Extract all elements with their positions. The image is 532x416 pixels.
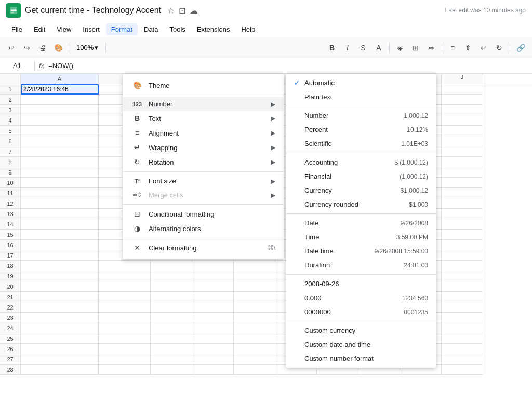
cell-A21[interactable] bbox=[21, 292, 99, 302]
border-button[interactable]: ⊞ bbox=[408, 41, 423, 55]
cell-A11[interactable] bbox=[21, 188, 99, 198]
cell-A19[interactable] bbox=[21, 271, 99, 281]
cell-A6[interactable] bbox=[21, 136, 99, 146]
cell-col10-28[interactable] bbox=[442, 365, 483, 375]
cell-col10-14[interactable] bbox=[442, 219, 483, 230]
cell-A20[interactable] bbox=[21, 281, 99, 292]
cell-A2[interactable] bbox=[21, 95, 99, 105]
cell-B21[interactable] bbox=[99, 292, 151, 302]
num-custom-format-item[interactable]: Custom number format bbox=[286, 352, 436, 366]
cell-col10-27[interactable] bbox=[442, 354, 483, 365]
cell-B23[interactable] bbox=[99, 313, 151, 323]
menu-format[interactable]: Format bbox=[106, 23, 138, 35]
cell-col5-19[interactable] bbox=[234, 271, 275, 281]
format-merge-item[interactable]: ⇔⇕ Merge cells ▶ bbox=[123, 188, 284, 202]
cell-B22[interactable] bbox=[99, 302, 151, 313]
cell-A23[interactable] bbox=[21, 313, 99, 323]
cell-col10-2[interactable] bbox=[442, 95, 483, 105]
rotate-button[interactable]: ↻ bbox=[492, 41, 507, 55]
num-custom-currency-item[interactable]: Custom currency bbox=[286, 324, 436, 338]
cell-col4-19[interactable] bbox=[192, 271, 234, 281]
cell-col10-25[interactable] bbox=[442, 333, 483, 344]
cell-col4-21[interactable] bbox=[192, 292, 234, 302]
cell-col10-24[interactable] bbox=[442, 323, 483, 333]
italic-button[interactable]: I bbox=[340, 41, 355, 55]
menu-view[interactable]: View bbox=[51, 23, 76, 35]
cell-col3-25[interactable] bbox=[151, 333, 192, 344]
format-alignment-item[interactable]: ≡ Alignment ▶ bbox=[123, 126, 284, 140]
cell-col10-15[interactable] bbox=[442, 230, 483, 240]
num-percent-item[interactable]: Percent 10.12% bbox=[286, 123, 436, 137]
cell-reference[interactable]: A1 bbox=[4, 62, 30, 70]
format-fontsize-item[interactable]: Tf Font size ▶ bbox=[123, 174, 284, 188]
cell-col5-20[interactable] bbox=[234, 281, 275, 292]
cell-A12[interactable] bbox=[21, 198, 99, 209]
format-wrapping-item[interactable]: ↵ Wrapping ▶ bbox=[123, 140, 284, 155]
menu-extensions[interactable]: Extensions bbox=[192, 23, 235, 35]
cell-col5-21[interactable] bbox=[234, 292, 275, 302]
format-text-item[interactable]: B Text ▶ bbox=[123, 111, 284, 126]
cell-B26[interactable] bbox=[99, 344, 151, 354]
cell-col10-6[interactable] bbox=[442, 136, 483, 146]
cell-col3-20[interactable] bbox=[151, 281, 192, 292]
cell-A8[interactable] bbox=[21, 157, 99, 167]
cell-col3-21[interactable] bbox=[151, 292, 192, 302]
undo-button[interactable]: ↩ bbox=[4, 41, 19, 55]
cell-A17[interactable] bbox=[21, 250, 99, 261]
num-decimal-item[interactable]: 0.000 1234.560 bbox=[286, 291, 436, 305]
menu-tools[interactable]: Tools bbox=[164, 23, 190, 35]
cell-B24[interactable] bbox=[99, 323, 151, 333]
col-header-J[interactable]: J bbox=[442, 74, 483, 84]
cell-A9[interactable] bbox=[21, 167, 99, 178]
cell-col3-22[interactable] bbox=[151, 302, 192, 313]
cell-col10-17[interactable] bbox=[442, 250, 483, 261]
num-date-fmt-item[interactable]: 2008-09-26 bbox=[286, 277, 436, 291]
cell-col5-26[interactable] bbox=[234, 344, 275, 354]
cell-col10-16[interactable] bbox=[442, 240, 483, 250]
cell-A15[interactable] bbox=[21, 230, 99, 240]
num-duration-item[interactable]: Duration 24:01:00 bbox=[286, 258, 436, 272]
menu-help[interactable]: Help bbox=[236, 23, 260, 35]
num-date-item[interactable]: Date 9/26/2008 bbox=[286, 216, 436, 230]
strikethrough-button[interactable]: S bbox=[356, 41, 370, 55]
cell-col10-19[interactable] bbox=[442, 271, 483, 281]
cell-A10[interactable] bbox=[21, 178, 99, 188]
cell-col3-19[interactable] bbox=[151, 271, 192, 281]
cell-col10-1[interactable] bbox=[442, 84, 483, 95]
num-time-item[interactable]: Time 3:59:00 PM bbox=[286, 230, 436, 244]
cell-col10-22[interactable] bbox=[442, 302, 483, 313]
cell-col10-7[interactable] bbox=[442, 146, 483, 157]
num-plaintext-item[interactable]: Plain text bbox=[286, 90, 436, 104]
cell-col10-26[interactable] bbox=[442, 344, 483, 354]
cell-B18[interactable] bbox=[99, 261, 151, 271]
cell-col5-25[interactable] bbox=[234, 333, 275, 344]
cell-col10-8[interactable] bbox=[442, 157, 483, 167]
cell-col4-24[interactable] bbox=[192, 323, 234, 333]
cell-col5-27[interactable] bbox=[234, 354, 275, 365]
cell-A5[interactable] bbox=[21, 126, 99, 136]
cell-col4-23[interactable] bbox=[192, 313, 234, 323]
menu-edit[interactable]: Edit bbox=[29, 23, 50, 35]
cell-A13[interactable] bbox=[21, 209, 99, 219]
cell-col5-23[interactable] bbox=[234, 313, 275, 323]
cloud-icon[interactable]: ☁ bbox=[190, 6, 198, 16]
cell-col3-24[interactable] bbox=[151, 323, 192, 333]
cell-A28[interactable] bbox=[21, 365, 99, 375]
format-conditional-item[interactable]: ⊟ Conditional formatting bbox=[123, 207, 284, 221]
num-datetime-item[interactable]: Date time 9/26/2008 15:59:00 bbox=[286, 244, 436, 258]
cell-col4-28[interactable] bbox=[192, 365, 234, 375]
cell-A18[interactable] bbox=[21, 261, 99, 271]
cell-col4-27[interactable] bbox=[192, 354, 234, 365]
col-header-A[interactable]: A bbox=[21, 74, 99, 84]
bold-button[interactable]: B bbox=[325, 41, 339, 55]
num-scientific-item[interactable]: Scientific 1.01E+03 bbox=[286, 137, 436, 151]
print-button[interactable]: 🖨 bbox=[35, 41, 50, 55]
cell-col3-28[interactable] bbox=[151, 365, 192, 375]
cell-A26[interactable] bbox=[21, 344, 99, 354]
cell-col10-5[interactable] bbox=[442, 126, 483, 136]
fill-color-button[interactable]: ◈ bbox=[393, 41, 407, 55]
cell-A4[interactable] bbox=[21, 115, 99, 126]
cell-A24[interactable] bbox=[21, 323, 99, 333]
cell-B20[interactable] bbox=[99, 281, 151, 292]
cell-col10-11[interactable] bbox=[442, 188, 483, 198]
